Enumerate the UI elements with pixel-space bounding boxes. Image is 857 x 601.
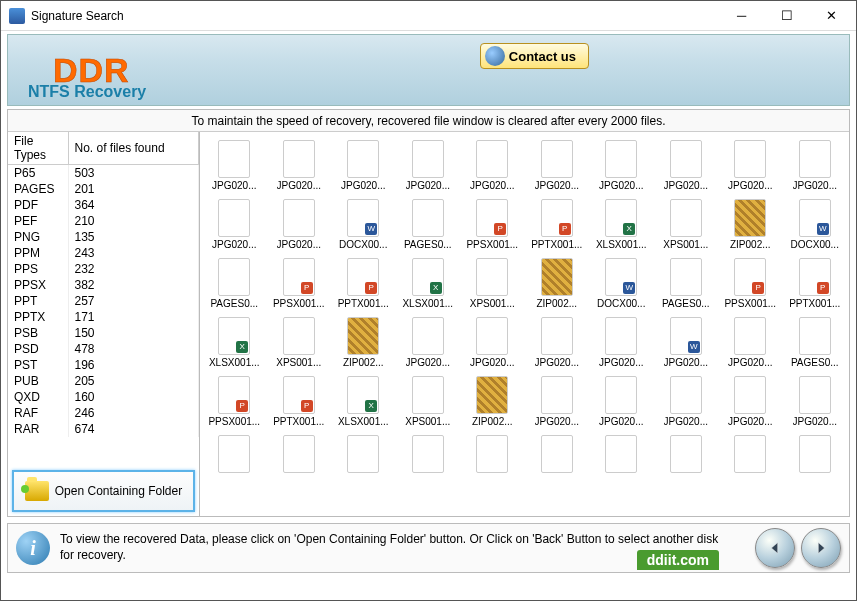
file-item[interactable]: JPG020... [654,136,719,195]
file-item[interactable]: PPTX001... [783,254,848,313]
file-item[interactable]: JPG020... [396,136,461,195]
file-item[interactable]: JPG020... [654,313,719,372]
file-item[interactable]: JPG020... [783,372,848,431]
file-thumb-icon [605,317,637,355]
file-type-count: 196 [68,357,199,373]
file-item[interactable]: JPG020... [202,195,267,254]
file-type-row[interactable]: PPTX171 [8,309,199,325]
file-type-row[interactable]: PSB150 [8,325,199,341]
file-item[interactable]: JPG020... [331,136,396,195]
file-name-label: PAGES0... [404,239,452,250]
file-type-row[interactable]: RAF246 [8,405,199,421]
file-type-row[interactable]: PEF210 [8,213,199,229]
file-item[interactable]: PPTX001... [331,254,396,313]
file-item[interactable]: JPG020... [525,372,590,431]
file-item[interactable]: PAGES0... [396,195,461,254]
minimize-button[interactable]: ─ [719,2,764,30]
file-name-label: ZIP002... [472,416,513,427]
file-item[interactable]: JPG020... [525,136,590,195]
file-item[interactable]: JPG020... [589,136,654,195]
file-item[interactable]: JPG020... [718,372,783,431]
file-item[interactable]: ZIP002... [331,313,396,372]
file-thumb-icon [283,199,315,237]
next-button[interactable] [801,528,841,568]
file-item[interactable]: XPS001... [267,313,332,372]
file-type-row[interactable]: PSD478 [8,341,199,357]
file-item[interactable] [460,431,525,479]
file-item[interactable]: PPSX001... [718,254,783,313]
maximize-button[interactable]: ☐ [764,2,809,30]
file-thumb-icon [283,376,315,414]
file-name-label: JPG020... [793,180,837,191]
file-item[interactable] [396,431,461,479]
file-item[interactable]: PAGES0... [202,254,267,313]
close-button[interactable]: ✕ [809,2,854,30]
file-item[interactable]: XPS001... [460,254,525,313]
col-count[interactable]: No. of files found [68,132,199,165]
file-name-label: JPG020... [535,180,579,191]
file-item[interactable]: PPSX001... [460,195,525,254]
file-type-row[interactable]: QXD160 [8,389,199,405]
back-button[interactable] [755,528,795,568]
file-item[interactable]: ZIP002... [460,372,525,431]
file-type-row[interactable]: PUB205 [8,373,199,389]
file-name-label: DOCX00... [339,239,387,250]
file-item[interactable]: XPS001... [396,372,461,431]
file-item[interactable] [267,431,332,479]
file-item[interactable]: JPG020... [718,313,783,372]
open-containing-folder-button[interactable]: Open Containing Folder [12,470,195,512]
file-item[interactable]: XLSX001... [331,372,396,431]
file-item[interactable]: JPG020... [654,372,719,431]
file-item[interactable]: XLSX001... [589,195,654,254]
file-item[interactable]: ZIP002... [718,195,783,254]
file-name-label: JPG020... [793,416,837,427]
file-item[interactable]: PPSX001... [267,254,332,313]
file-item[interactable]: DOCX00... [589,254,654,313]
file-type-row[interactable]: PPS232 [8,261,199,277]
file-item[interactable] [331,431,396,479]
col-file-types[interactable]: File Types [8,132,68,165]
file-item[interactable]: JPG020... [460,136,525,195]
file-item[interactable]: JPG020... [525,313,590,372]
file-item[interactable]: PAGES0... [654,254,719,313]
file-item[interactable] [525,431,590,479]
file-item[interactable]: DOCX00... [331,195,396,254]
file-item[interactable]: JPG020... [460,313,525,372]
file-item[interactable] [589,431,654,479]
file-item[interactable]: JPG020... [396,313,461,372]
file-item[interactable]: XPS001... [654,195,719,254]
file-item[interactable]: JPG020... [267,195,332,254]
file-type-row[interactable]: PPSX382 [8,277,199,293]
file-item[interactable]: JPG020... [589,313,654,372]
contact-us-button[interactable]: Contact us [480,43,589,69]
file-type-row[interactable]: PDF364 [8,197,199,213]
file-item[interactable]: DOCX00... [783,195,848,254]
file-item[interactable] [654,431,719,479]
file-item[interactable]: XLSX001... [202,313,267,372]
file-item[interactable]: JPG020... [718,136,783,195]
file-type-row[interactable]: PST196 [8,357,199,373]
file-item[interactable]: ZIP002... [525,254,590,313]
file-item[interactable]: JPG020... [202,136,267,195]
file-item[interactable]: PPTX001... [267,372,332,431]
file-thumb-icon [734,376,766,414]
file-item[interactable]: JPG020... [589,372,654,431]
file-type-row[interactable]: PPM243 [8,245,199,261]
file-item[interactable] [783,431,848,479]
file-type-row[interactable]: RAR674 [8,421,199,437]
file-item[interactable]: XLSX001... [396,254,461,313]
file-item[interactable]: PAGES0... [783,313,848,372]
file-item[interactable]: PPTX001... [525,195,590,254]
file-type-row[interactable]: PNG135 [8,229,199,245]
file-item[interactable]: JPG020... [267,136,332,195]
file-type-row[interactable]: P65503 [8,165,199,182]
file-item[interactable]: PPSX001... [202,372,267,431]
file-type-row[interactable]: PPT257 [8,293,199,309]
file-item[interactable] [202,431,267,479]
file-item[interactable]: JPG020... [783,136,848,195]
file-item[interactable] [718,431,783,479]
file-grid-scroll[interactable]: JPG020...JPG020...JPG020...JPG020...JPG0… [200,132,849,516]
file-type-row[interactable]: PAGES201 [8,181,199,197]
file-types-table[interactable]: File Types No. of files found P65503PAGE… [8,132,199,466]
file-name-label: XPS001... [276,357,321,368]
